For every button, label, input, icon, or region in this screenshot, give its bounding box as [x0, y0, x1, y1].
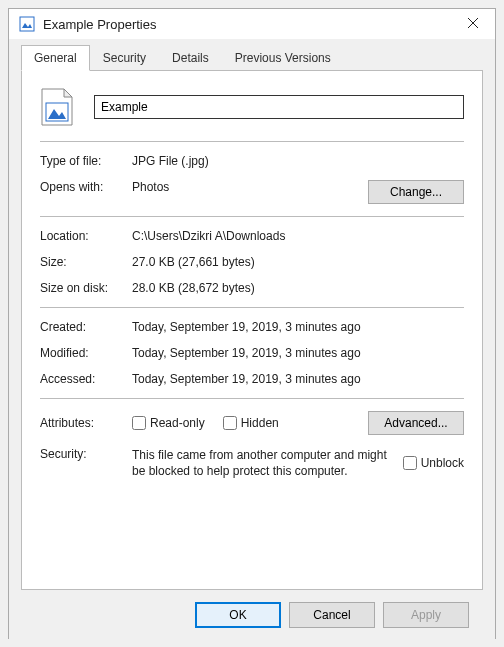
close-icon	[467, 17, 479, 29]
tab-general[interactable]: General	[21, 45, 90, 71]
readonly-checkbox[interactable]: Read-only	[132, 416, 205, 430]
separator	[40, 307, 464, 308]
content-area: General Security Details Previous Versio…	[9, 39, 495, 640]
accessed-value: Today, September 19, 2019, 3 minutes ago	[132, 372, 464, 386]
type-of-file-value: JPG File (.jpg)	[132, 154, 464, 168]
security-text: This file came from another computer and…	[132, 447, 393, 479]
tab-security[interactable]: Security	[90, 45, 159, 71]
apply-button[interactable]: Apply	[383, 602, 469, 628]
modified-value: Today, September 19, 2019, 3 minutes ago	[132, 346, 464, 360]
unblock-checkbox-input[interactable]	[403, 456, 417, 470]
readonly-checkbox-input[interactable]	[132, 416, 146, 430]
separator	[40, 216, 464, 217]
created-value: Today, September 19, 2019, 3 minutes ago	[132, 320, 464, 334]
svg-rect-0	[20, 17, 34, 31]
unblock-label: Unblock	[421, 456, 464, 470]
attributes-label: Attributes:	[40, 416, 132, 430]
size-label: Size:	[40, 255, 132, 269]
ok-button[interactable]: OK	[195, 602, 281, 628]
tab-strip: General Security Details Previous Versio…	[21, 45, 483, 70]
properties-dialog: Example Properties General Security Deta…	[8, 8, 496, 639]
created-label: Created:	[40, 320, 132, 334]
titlebar: Example Properties	[9, 9, 495, 39]
modified-label: Modified:	[40, 346, 132, 360]
tab-previous-versions[interactable]: Previous Versions	[222, 45, 344, 71]
file-type-icon	[40, 87, 74, 127]
hidden-checkbox[interactable]: Hidden	[223, 416, 279, 430]
security-label: Security:	[40, 447, 132, 461]
separator	[40, 398, 464, 399]
size-on-disk-value: 28.0 KB (28,672 bytes)	[132, 281, 464, 295]
filename-input[interactable]	[94, 95, 464, 119]
file-image-icon	[19, 16, 35, 32]
change-button[interactable]: Change...	[368, 180, 464, 204]
readonly-label: Read-only	[150, 416, 205, 430]
hidden-checkbox-input[interactable]	[223, 416, 237, 430]
window-title: Example Properties	[43, 17, 156, 32]
tab-details[interactable]: Details	[159, 45, 222, 71]
location-value: C:\Users\Dzikri A\Downloads	[132, 229, 464, 243]
cancel-button[interactable]: Cancel	[289, 602, 375, 628]
location-label: Location:	[40, 229, 132, 243]
svg-marker-5	[64, 89, 72, 97]
separator	[40, 141, 464, 142]
size-on-disk-label: Size on disk:	[40, 281, 132, 295]
hidden-label: Hidden	[241, 416, 279, 430]
opens-with-value: Photos	[132, 180, 368, 194]
advanced-button[interactable]: Advanced...	[368, 411, 464, 435]
dialog-footer: OK Cancel Apply	[21, 590, 483, 640]
unblock-checkbox[interactable]: Unblock	[403, 447, 464, 479]
type-of-file-label: Type of file:	[40, 154, 132, 168]
general-panel: Type of file: JPG File (.jpg) Opens with…	[21, 70, 483, 590]
size-value: 27.0 KB (27,661 bytes)	[132, 255, 464, 269]
close-button[interactable]	[461, 15, 485, 33]
opens-with-label: Opens with:	[40, 180, 132, 194]
accessed-label: Accessed:	[40, 372, 132, 386]
